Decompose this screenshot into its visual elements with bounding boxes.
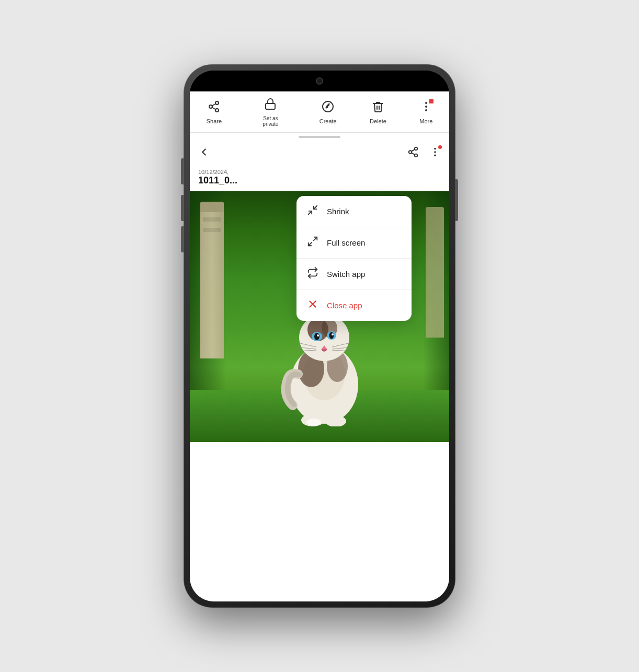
svg-point-16 [434, 151, 436, 153]
svg-point-17 [434, 155, 436, 157]
svg-line-14 [412, 149, 415, 152]
more-notification-dot [429, 99, 433, 103]
svg-point-15 [434, 148, 436, 150]
back-button[interactable] [198, 146, 210, 160]
edit-icon [322, 100, 334, 116]
fullscreen-label: Full screen [327, 238, 365, 247]
toolbar: Share Set as private [190, 91, 449, 133]
phone-top-bar [190, 71, 449, 91]
context-dropdown-menu: Shrink Full screen [296, 196, 412, 321]
svg-point-33 [317, 334, 319, 337]
private-label: Set as private [255, 115, 286, 127]
stone-pillar-left [200, 202, 224, 358]
photo-date: 10/12/2024, [198, 169, 441, 175]
svg-point-7 [425, 102, 427, 104]
svg-line-13 [412, 153, 415, 155]
lock-icon [264, 98, 277, 113]
toolbar-delete-button[interactable]: Delete [370, 100, 386, 124]
menu-item-switch-app[interactable]: Switch app [296, 259, 412, 290]
svg-line-46 [314, 206, 317, 209]
toolbar-create-button[interactable]: Create [320, 100, 337, 124]
shrink-label: Shrink [327, 207, 349, 216]
create-label: Create [320, 118, 337, 124]
scroll-bar [299, 136, 340, 138]
svg-point-34 [332, 333, 334, 335]
svg-line-48 [309, 242, 312, 246]
trash-icon [372, 100, 384, 116]
svg-rect-5 [266, 103, 275, 109]
stone-pillar-right [426, 207, 444, 338]
svg-point-9 [425, 109, 427, 111]
switch-app-label: Switch app [327, 270, 365, 279]
toolbar-more-button[interactable]: More [419, 100, 432, 124]
header-more-button[interactable] [429, 146, 441, 160]
fullscreen-icon [307, 236, 318, 250]
delete-label: Delete [370, 118, 386, 124]
svg-point-31 [314, 333, 320, 340]
close-app-label: Close app [327, 301, 362, 310]
photo-header [190, 141, 449, 166]
phone-device: Share Set as private [184, 64, 455, 608]
header-more-dot [438, 145, 442, 149]
photo-viewer: 10/12/2024, 1011_0... [190, 141, 449, 442]
menu-item-shrink[interactable]: Shrink [296, 196, 412, 227]
photo-info: 10/12/2024, 1011_0... [190, 166, 449, 191]
pillar-top [200, 202, 224, 212]
svg-point-44 [306, 419, 321, 426]
photo-filename: 1011_0... [198, 175, 441, 186]
svg-line-47 [314, 237, 317, 240]
screen-content: Share Set as private [190, 91, 449, 601]
svg-line-4 [212, 104, 216, 106]
more-dots-icon [420, 100, 432, 116]
scroll-indicator [190, 133, 449, 141]
phone-screen: Share Set as private [190, 71, 449, 601]
camera-notch [316, 77, 323, 85]
close-icon [307, 298, 318, 312]
svg-line-45 [309, 211, 312, 214]
svg-line-3 [212, 108, 216, 110]
menu-item-close-app[interactable]: Close app [296, 290, 412, 321]
share-label: Share [207, 118, 222, 124]
menu-item-fullscreen[interactable]: Full screen [296, 227, 412, 259]
svg-point-8 [425, 106, 427, 108]
switch-icon [307, 267, 318, 281]
header-actions [407, 146, 441, 160]
svg-point-32 [329, 332, 334, 339]
svg-point-43 [325, 415, 346, 426]
toolbar-share-button[interactable]: Share [207, 100, 222, 124]
more-label: More [419, 118, 432, 124]
header-share-button[interactable] [407, 146, 419, 160]
share-icon [208, 100, 220, 116]
shrink-icon [307, 204, 318, 218]
toolbar-private-button[interactable]: Set as private [255, 98, 286, 127]
